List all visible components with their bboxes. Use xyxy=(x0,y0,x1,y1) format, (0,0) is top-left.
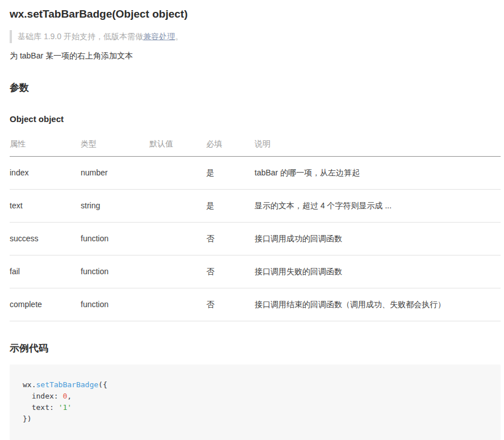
compat-note-suffix: 。 xyxy=(175,32,183,41)
cell-default xyxy=(149,255,206,288)
example-section-heading: 示例代码 xyxy=(10,342,501,354)
cell-description: 显示的文本，超过 4 个字符则显示成 ... xyxy=(255,190,501,223)
cell-property: success xyxy=(10,223,81,255)
params-table-header-row: 属性 类型 默认值 必填 说明 xyxy=(10,139,501,157)
params-section-heading: 参数 xyxy=(10,82,501,94)
cell-property: text xyxy=(10,190,81,223)
cell-description: 接口调用失败的回调函数 xyxy=(255,255,501,288)
cell-default xyxy=(149,288,206,321)
cell-default xyxy=(149,157,206,190)
api-description: 为 tabBar 某一项的右上角添加文本 xyxy=(10,51,501,61)
params-table-head: 属性 类型 默认值 必填 说明 xyxy=(10,139,501,157)
code-content: wx.setTabBarBadge({ index: 0, text: '1' … xyxy=(23,380,107,423)
cell-property: complete xyxy=(10,288,81,321)
table-row: index number 是 tabBar 的哪一项，从左边算起 xyxy=(10,157,501,190)
object-subheading: Object object xyxy=(10,114,501,124)
doc-page: wx.setTabBarBadge(Object object) 基础库 1.9… xyxy=(0,0,504,440)
compat-note: 基础库 1.9.0 开始支持，低版本需做兼容处理。 xyxy=(10,30,501,43)
cell-type: string xyxy=(81,190,149,223)
table-row: success function 否 接口调用成功的回调函数 xyxy=(10,223,501,255)
cell-description: 接口调用结束的回调函数（调用成功、失败都会执行） xyxy=(255,288,501,321)
example-code-block: wx.setTabBarBadge({ index: 0, text: '1' … xyxy=(10,364,501,440)
col-header-description: 说明 xyxy=(255,139,501,157)
col-header-type: 类型 xyxy=(81,139,149,157)
cell-required: 是 xyxy=(206,157,255,190)
cell-property: fail xyxy=(10,255,81,288)
table-row: fail function 否 接口调用失败的回调函数 xyxy=(10,255,501,288)
params-table-body: index number 是 tabBar 的哪一项，从左边算起 text st… xyxy=(10,157,501,321)
page-title: wx.setTabBarBadge(Object object) xyxy=(10,0,501,20)
cell-type: function xyxy=(81,288,149,321)
cell-type: function xyxy=(81,223,149,255)
params-table: 属性 类型 默认值 必填 说明 index number 是 tabBar 的哪… xyxy=(10,139,501,321)
cell-required: 否 xyxy=(206,288,255,321)
cell-description: 接口调用成功的回调函数 xyxy=(255,223,501,255)
cell-description: tabBar 的哪一项，从左边算起 xyxy=(255,157,501,190)
cell-type: number xyxy=(81,157,149,190)
cell-default xyxy=(149,223,206,255)
compat-note-prefix: 基础库 1.9.0 开始支持，低版本需做 xyxy=(18,32,143,41)
table-row: text string 是 显示的文本，超过 4 个字符则显示成 ... xyxy=(10,190,501,223)
col-header-required: 必填 xyxy=(206,139,255,157)
compat-link[interactable]: 兼容处理 xyxy=(143,32,175,41)
cell-required: 否 xyxy=(206,255,255,288)
cell-required: 否 xyxy=(206,223,255,255)
col-header-default: 默认值 xyxy=(149,139,206,157)
cell-property: index xyxy=(10,157,81,190)
table-row: complete function 否 接口调用结束的回调函数（调用成功、失败都… xyxy=(10,288,501,321)
cell-default xyxy=(149,190,206,223)
cell-type: function xyxy=(81,255,149,288)
col-header-property: 属性 xyxy=(10,139,81,157)
cell-required: 是 xyxy=(206,190,255,223)
